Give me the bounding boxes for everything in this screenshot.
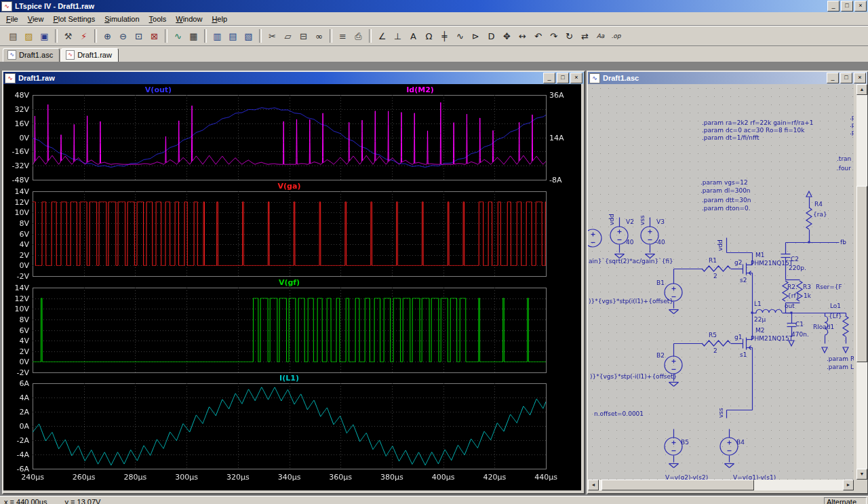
zoom-out-icon: ⊖ <box>119 32 127 41</box>
waveform-minimize-button[interactable]: _ <box>543 73 555 83</box>
tab-draft1-raw[interactable]: ∿Draft1.raw <box>61 48 119 62</box>
minimize-button[interactable]: _ <box>827 1 840 12</box>
mirror-icon: ⇄ <box>581 32 589 41</box>
paste-icon: ⊟ <box>300 32 307 41</box>
move-button[interactable]: ✥ <box>499 28 515 43</box>
save-button[interactable]: ▣ <box>37 28 52 43</box>
tab-label: Draft1.raw <box>77 51 112 59</box>
vertical-scroll-thumb[interactable] <box>856 186 867 362</box>
autorange-y-button[interactable]: ∿ <box>170 28 186 43</box>
scroll-right-button[interactable]: ► <box>843 480 854 490</box>
mirror-button[interactable]: ⇄ <box>577 28 593 43</box>
waveform-window-titlebar[interactable]: ∿ Draft1.raw _ □ × <box>3 72 584 84</box>
waveform-close-button[interactable]: × <box>570 73 583 83</box>
arrow-left-icon: ◄ <box>591 482 596 487</box>
ltspice-main-window: ∿ LTspice IV - Draft1.raw _ □ × FileView… <box>0 0 868 504</box>
close-button[interactable]: × <box>854 1 867 12</box>
place-net-label-button[interactable]: A <box>406 28 421 43</box>
page-setup-icon: ≡ <box>339 32 347 41</box>
tab-draft1-asc[interactable]: ∿Draft1.asc <box>3 48 60 62</box>
control-panel-button[interactable]: ⚒ <box>60 28 76 43</box>
print-button[interactable]: ⎙ <box>351 28 366 43</box>
zoom-in-icon: ⊕ <box>104 32 111 41</box>
menu-view[interactable]: View <box>23 14 49 24</box>
place-resistor-button[interactable]: Ω <box>421 28 437 43</box>
menu-file[interactable]: File <box>1 14 23 24</box>
toolbar-separator <box>259 29 262 43</box>
schematic-close-button[interactable]: × <box>854 73 866 83</box>
place-capacitor-icon: ╪ <box>442 32 448 41</box>
plot-settings-button[interactable]: ▦ <box>186 28 201 43</box>
tile-vertical-icon: ▥ <box>213 32 221 41</box>
zoom-out-button[interactable]: ⊖ <box>115 28 131 43</box>
waveform-plot-canvas[interactable] <box>3 84 581 490</box>
title-bar[interactable]: ∿ LTspice IV - Draft1.raw _ □ × <box>0 0 868 12</box>
waveform-maximize-button[interactable]: □ <box>557 73 569 83</box>
schematic-window-titlebar[interactable]: ∿ Draft1.asc _ □ × <box>588 72 867 84</box>
arrow-down-icon: ▼ <box>860 471 865 476</box>
undo-button[interactable]: ↶ <box>530 28 546 43</box>
menu-plot-settings[interactable]: Plot Settings <box>48 14 100 24</box>
toolbar-separator <box>55 29 58 43</box>
waveform-window-title: Draft1.raw <box>18 74 542 82</box>
open-file-button[interactable]: ▨ <box>21 28 37 43</box>
arrow-right-icon: ► <box>846 482 851 487</box>
place-component-icon: D <box>488 32 494 41</box>
text-tool-button[interactable]: Aa <box>593 28 608 43</box>
zoom-redraw-icon: ⊠ <box>151 32 158 41</box>
place-capacitor-button[interactable]: ╪ <box>437 28 452 43</box>
print-icon: ⎙ <box>355 32 361 41</box>
vertical-scrollbar[interactable]: ▲ ▼ <box>856 84 867 480</box>
scroll-down-button[interactable]: ▼ <box>856 469 867 480</box>
place-inductor-button[interactable]: ∿ <box>452 28 468 43</box>
zoom-in-button[interactable]: ⊕ <box>100 28 115 43</box>
menu-bar: FileViewPlot SettingsSimulationToolsWind… <box>0 12 868 26</box>
drag-button[interactable]: ↔ <box>515 28 530 43</box>
schematic-window-icon: ∿ <box>589 73 600 83</box>
arrow-up-icon: ▲ <box>860 87 865 92</box>
tile-vertical-button[interactable]: ▥ <box>210 28 225 43</box>
schematic-canvas[interactable] <box>588 84 854 480</box>
autorange-y-icon: ∿ <box>174 32 182 41</box>
zoom-full-extents-button[interactable]: ⊡ <box>131 28 146 43</box>
menu-help[interactable]: Help <box>207 14 232 24</box>
cut-button[interactable]: ✂ <box>264 28 280 43</box>
cascade-windows-button[interactable]: ▧ <box>241 28 256 43</box>
scrollbar-corner <box>854 480 865 490</box>
run-simulation-button[interactable]: ⚡ <box>76 28 92 43</box>
schematic-minimize-button[interactable]: _ <box>827 73 839 83</box>
status-mode: Alternate <box>824 497 867 504</box>
page-setup-button[interactable]: ≡ <box>335 28 351 43</box>
new-schematic-button[interactable]: ▤ <box>5 28 21 43</box>
menu-simulation[interactable]: Simulation <box>100 14 144 24</box>
run-simulation-icon: ⚡ <box>81 32 87 41</box>
place-ground-button[interactable]: ⊥ <box>390 28 406 43</box>
redo-button[interactable]: ↷ <box>546 28 561 43</box>
place-diode-icon: ⊳ <box>472 32 479 41</box>
copy-button[interactable]: ▱ <box>280 28 296 43</box>
place-diode-button[interactable]: ⊳ <box>468 28 484 43</box>
status-bar: x = 440.00µs y = 13.07V Alternate <box>0 496 868 504</box>
schematic-maximize-button[interactable]: □ <box>840 73 852 83</box>
menu-tools[interactable]: Tools <box>144 14 172 24</box>
scroll-left-button[interactable]: ◄ <box>588 480 599 490</box>
tile-horizontal-button[interactable]: ▤ <box>225 28 241 43</box>
rotate-button[interactable]: ↻ <box>561 28 577 43</box>
place-component-button[interactable]: D <box>484 28 499 43</box>
spice-directive-button[interactable]: .op <box>608 28 624 43</box>
place-ground-icon: ⊥ <box>394 32 401 41</box>
horizontal-scrollbar[interactable]: ◄ ► <box>588 480 854 490</box>
scroll-up-button[interactable]: ▲ <box>856 84 867 95</box>
draw-wire-button[interactable]: ∠ <box>374 28 390 43</box>
tile-horizontal-icon: ▤ <box>229 32 237 41</box>
maximize-button[interactable]: □ <box>841 1 853 12</box>
paste-button[interactable]: ⊟ <box>296 28 311 43</box>
horizontal-scroll-thumb[interactable] <box>601 480 754 490</box>
menu-window[interactable]: Window <box>171 14 207 24</box>
toolbar-separator <box>165 29 167 43</box>
find-icon: ∞ <box>315 32 323 41</box>
zoom-redraw-button[interactable]: ⊠ <box>146 28 162 43</box>
waveform-window-icon: ∿ <box>5 73 16 83</box>
text-tool-icon: Aa <box>597 33 605 39</box>
find-button[interactable]: ∞ <box>311 28 327 43</box>
